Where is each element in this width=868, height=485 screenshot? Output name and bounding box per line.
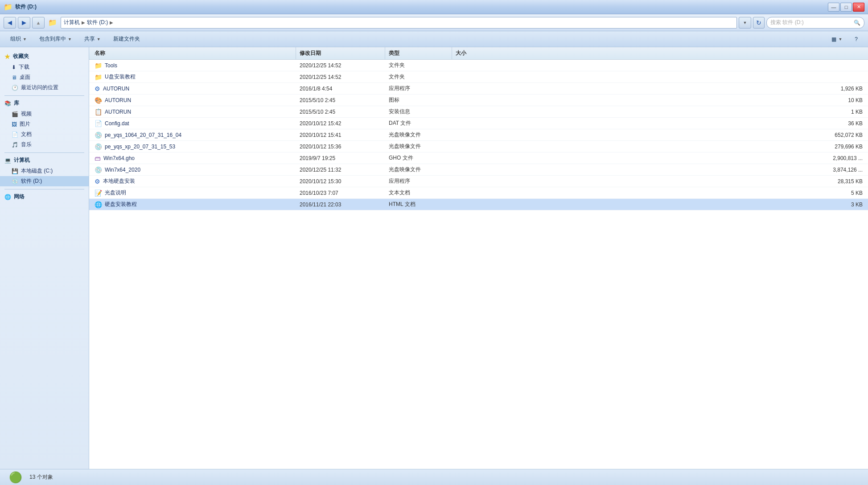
title-bar-controls: — □ ✕ (828, 3, 864, 12)
sidebar-item-image[interactable]: 🖼 图片 (0, 119, 89, 129)
file-name-cell: 📝 光盘说明 (91, 189, 296, 197)
file-name-cell: 📁 U盘安装教程 (91, 73, 296, 81)
sidebar-header-library[interactable]: 📚 库 (0, 98, 89, 109)
col-header-date[interactable]: 修改日期 (296, 47, 385, 59)
table-row[interactable]: 💿 Win7x64_2020 2020/12/25 11:32 光盘映像文件 3… (89, 164, 868, 176)
sidebar-ddrive-label: 软件 (D:) (21, 177, 42, 185)
sidebar-item-music[interactable]: 🎵 音乐 (0, 140, 89, 150)
file-type-cell: 光盘映像文件 (385, 131, 452, 139)
sidebar-network-label: 网络 (14, 193, 25, 201)
share-button[interactable]: 共享 ▼ (78, 33, 107, 45)
file-size-cell: 279,696 KB (452, 144, 866, 150)
breadcrumb-sep1: ▶ (82, 20, 85, 25)
sidebar-section-computer: 💻 计算机 💾 本地磁盘 (C:) 💿 软件 (D:) (0, 155, 89, 186)
sidebar-item-docs[interactable]: 📄 文档 (0, 129, 89, 140)
breadcrumb[interactable]: 计算机 ▶ 软件 (D:) ▶ (61, 17, 737, 29)
file-name-text: U盘安装教程 (105, 73, 136, 81)
table-row[interactable]: 🎨 AUTORUN 2015/5/10 2:45 图标 10 KB (89, 95, 868, 106)
sidebar-computer-label: 计算机 (14, 156, 30, 164)
desktop-icon: 🖥 (12, 74, 17, 81)
file-name-cell: 💿 pe_yqs_xp_20_07_31_15_53 (91, 143, 296, 150)
music-icon: 🎵 (12, 142, 18, 148)
minimize-button[interactable]: — (828, 3, 839, 12)
table-row[interactable]: 📁 Tools 2020/12/25 14:52 文件夹 (89, 60, 868, 71)
status-count: 13 个对象 (29, 473, 53, 481)
col-header-size[interactable]: 大小 (452, 47, 866, 59)
table-row[interactable]: 📝 光盘说明 2016/10/23 7:07 文本文档 5 KB (89, 187, 868, 199)
new-folder-button[interactable]: 新建文件夹 (107, 33, 146, 45)
sidebar-divider-3 (4, 189, 84, 189)
sidebar-docs-label: 文档 (21, 131, 32, 138)
file-icon: 📝 (95, 189, 102, 197)
table-row[interactable]: ⚙ AUTORUN 2016/1/8 4:54 应用程序 1,926 KB (89, 83, 868, 95)
file-name-cell: ⚙ 本地硬盘安装 (91, 177, 296, 185)
sidebar-divider-1 (4, 95, 84, 96)
file-icon: 📄 (95, 120, 102, 127)
ddrive-icon: 💿 (12, 178, 18, 185)
organize-button[interactable]: 组织 ▼ (4, 33, 33, 45)
file-type-cell: DAT 文件 (385, 119, 452, 127)
recent-icon: 🕐 (12, 85, 18, 91)
docs-icon: 📄 (12, 132, 18, 138)
sidebar-section-library: 📚 库 🎬 视频 🖼 图片 📄 文档 🎵 音乐 (0, 98, 89, 150)
table-row[interactable]: 💿 pe_yqs_1064_20_07_31_16_04 2020/10/12 … (89, 129, 868, 141)
back-button[interactable]: ◀ (4, 17, 16, 29)
breadcrumb-drive[interactable]: 软件 (D:) (87, 19, 108, 26)
file-name-text: 本地硬盘安装 (103, 177, 135, 185)
video-icon: 🎬 (12, 111, 18, 117)
help-label: ? (855, 36, 858, 42)
table-row[interactable]: 💿 pe_yqs_xp_20_07_31_15_53 2020/10/12 15… (89, 141, 868, 152)
sidebar-section-network: 🌐 网络 (0, 191, 89, 202)
file-date-cell: 2019/9/7 19:25 (296, 155, 385, 161)
sidebar-desktop-label: 桌面 (20, 74, 30, 81)
file-icon: 💿 (95, 132, 102, 139)
sidebar-item-recent[interactable]: 🕐 最近访问的位置 (0, 82, 89, 93)
breadcrumb-computer[interactable]: 计算机 (64, 19, 80, 26)
sidebar-item-download[interactable]: ⬇ 下载 (0, 62, 89, 72)
table-row[interactable]: ⚙ 本地硬盘安装 2020/10/12 15:30 应用程序 28,315 KB (89, 176, 868, 187)
sidebar-item-desktop[interactable]: 🖥 桌面 (0, 72, 89, 82)
table-row[interactable]: 📄 Config.dat 2020/10/12 15:42 DAT 文件 36 … (89, 118, 868, 129)
image-icon: 🖼 (12, 121, 17, 127)
table-row[interactable]: 🗃 Win7x64.gho 2019/9/7 19:25 GHO 文件 2,90… (89, 152, 868, 164)
file-date-cell: 2020/12/25 14:52 (296, 74, 385, 80)
sidebar-item-cdrive[interactable]: 💾 本地磁盘 (C:) (0, 166, 89, 176)
add-to-lib-button[interactable]: 包含到库中 ▼ (33, 33, 78, 45)
refresh-button[interactable]: ↻ (753, 17, 765, 29)
share-label: 共享 (84, 35, 95, 43)
help-button[interactable]: ? (849, 33, 864, 45)
download-icon: ⬇ (12, 64, 16, 70)
search-box[interactable]: 搜索 软件 (D:) 🔍 (766, 17, 864, 29)
forward-button[interactable]: ▶ (18, 17, 30, 29)
computer-icon: 💻 (4, 157, 11, 164)
col-header-name[interactable]: 名称 (91, 47, 296, 59)
sidebar-image-label: 图片 (20, 120, 30, 128)
file-icon: ⚙ (95, 178, 100, 185)
sidebar-item-video[interactable]: 🎬 视频 (0, 109, 89, 119)
file-name-cell: 💿 pe_yqs_1064_20_07_31_16_04 (91, 132, 296, 139)
maximize-button[interactable]: □ (840, 3, 852, 12)
file-icon: 💿 (95, 143, 102, 150)
address-dropdown-button[interactable]: ▼ (739, 17, 751, 29)
search-icon[interactable]: 🔍 (854, 20, 860, 26)
col-header-type[interactable]: 类型 (385, 47, 452, 59)
file-date-cell: 2020/12/25 14:52 (296, 62, 385, 69)
main-layout: ★ 收藏夹 ⬇ 下载 🖥 桌面 🕐 最近访问的位置 📚 库 (0, 47, 868, 469)
window-title: 软件 (D:) (15, 3, 37, 11)
new-folder-label: 新建文件夹 (113, 35, 140, 43)
file-name-cell: 🗃 Win7x64.gho (91, 155, 296, 162)
sidebar-header-network[interactable]: 🌐 网络 (0, 191, 89, 202)
table-row[interactable]: 📁 U盘安装教程 2020/12/25 14:52 文件夹 (89, 71, 868, 83)
sidebar-header-computer[interactable]: 💻 计算机 (0, 155, 89, 166)
table-row[interactable]: 🌐 硬盘安装教程 2016/11/21 22:03 HTML 文档 3 KB (89, 199, 868, 210)
view-button[interactable]: ▦ ▼ (826, 33, 848, 45)
file-date-cell: 2020/10/12 15:41 (296, 132, 385, 138)
up-button[interactable]: ▲ (32, 17, 45, 29)
sidebar-item-ddrive[interactable]: 💿 软件 (D:) (0, 176, 89, 186)
sidebar-header-favorites[interactable]: ★ 收藏夹 (0, 51, 89, 62)
library-icon: 📚 (4, 100, 11, 107)
table-row[interactable]: 📋 AUTORUN 2015/5/10 2:45 安装信息 1 KB (89, 106, 868, 118)
close-button[interactable]: ✕ (853, 3, 864, 12)
title-bar: 📁 软件 (D:) — □ ✕ (0, 0, 868, 14)
file-type-cell: 安装信息 (385, 108, 452, 115)
